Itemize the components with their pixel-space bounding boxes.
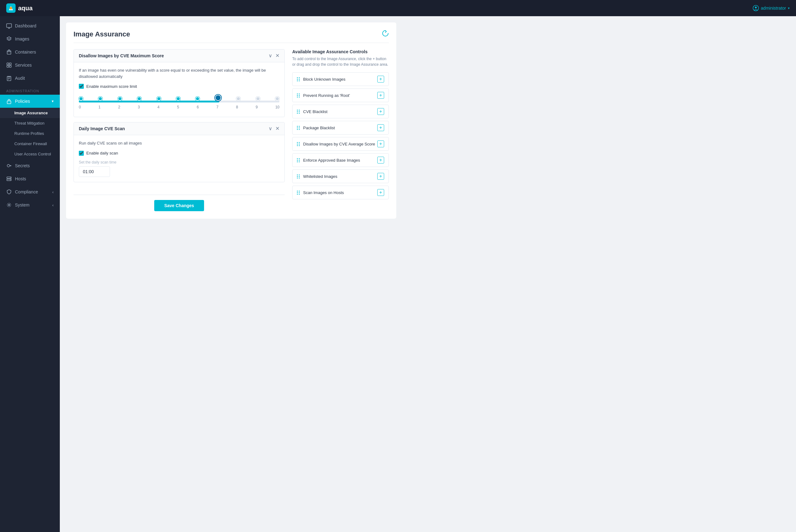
drag-handle-icon-5 — [297, 142, 300, 146]
add-package-blacklist-btn[interactable]: + — [377, 124, 384, 131]
system-arrow: ‹ — [52, 203, 54, 207]
daily-enable-label[interactable]: Enable daily scan — [86, 151, 118, 155]
settings-icon — [6, 202, 12, 208]
submenu-container-firewall[interactable]: Container Firewall — [0, 139, 60, 149]
save-changes-button[interactable]: Save Changes — [154, 200, 204, 211]
daily-card-close-btn[interactable]: ✕ — [276, 126, 280, 131]
drag-handle-icon-4 — [297, 126, 300, 130]
add-scan-hosts-btn[interactable]: + — [377, 189, 384, 196]
svg-point-17 — [10, 180, 11, 180]
controls-panel-desc: To add control to the Image Assurance, c… — [292, 56, 389, 67]
cve-enable-row: Enable maximum score limit — [79, 84, 280, 89]
svg-rect-10 — [10, 65, 11, 67]
add-whitelisted-btn[interactable]: + — [377, 173, 384, 180]
cve-card-title: Disallow Images by CVE Maximum Score — [79, 53, 164, 58]
daily-enable-checkbox[interactable] — [79, 151, 84, 156]
sidebar-item-audit[interactable]: Audit — [0, 72, 60, 85]
box-icon — [6, 49, 12, 55]
submenu-threat-mitigation[interactable]: Threat Mitigation — [0, 118, 60, 128]
slider-dot-3 — [137, 97, 141, 101]
svg-rect-8 — [10, 63, 11, 65]
controls-panel-title: Available Image Assurance Controls — [292, 49, 389, 54]
daily-card-header: Daily Image CVE Scan ∨ ✕ — [74, 122, 284, 135]
compliance-arrow: ‹ — [52, 190, 54, 194]
sidebar-label-dashboard: Dashboard — [15, 23, 36, 28]
daily-enable-row: Enable daily scan — [79, 151, 280, 156]
top-navigation: aqua administrator ▾ — [0, 0, 796, 16]
available-control-prevent-root[interactable]: Prevent Running as 'Root' + — [292, 89, 389, 102]
cve-card-close-btn[interactable]: ✕ — [276, 53, 280, 58]
cve-card-collapse-btn[interactable]: ∨ — [268, 53, 272, 58]
monitor-icon — [6, 23, 12, 28]
policies-submenu: Image Assurance Threat Mitigation Runtim… — [0, 108, 60, 159]
drag-handle-icon-8 — [297, 191, 300, 195]
available-control-block-unknown[interactable]: Block Unknown Images + — [292, 72, 389, 86]
slider-dot-1 — [98, 97, 102, 101]
submenu-runtime-profiles[interactable]: Runtime Profiles — [0, 128, 60, 139]
available-control-enforce-base[interactable]: Enforce Approved Base Images + — [292, 153, 389, 167]
cve-max-score-card: Disallow Images by CVE Maximum Score ∨ ✕… — [74, 49, 285, 117]
cve-slider-track[interactable] — [79, 101, 280, 102]
svg-rect-7 — [7, 63, 9, 65]
daily-card-title: Daily Image CVE Scan — [79, 126, 125, 131]
slider-dot-7 — [215, 95, 221, 101]
cve-enable-checkbox[interactable] — [79, 84, 84, 89]
policies-chevron: ▾ — [52, 99, 54, 103]
sidebar-item-policies[interactable]: Policies ▾ — [0, 95, 60, 108]
sidebar-label-images: Images — [15, 36, 29, 41]
daily-card-collapse-btn[interactable]: ∨ — [268, 126, 272, 131]
add-prevent-root-btn[interactable]: + — [377, 92, 384, 99]
slider-dot-0 — [79, 97, 83, 101]
app-logo[interactable]: aqua — [6, 3, 33, 13]
sidebar-label-compliance: Compliance — [15, 189, 38, 194]
sidebar-item-system[interactable]: System ‹ — [0, 198, 60, 211]
sidebar-item-secrets[interactable]: Secrets — [0, 159, 60, 172]
control-label-prevent-root: Prevent Running as 'Root' — [303, 93, 350, 98]
page-card: Image Assurance Disallow Images by CVE M… — [66, 22, 396, 218]
sidebar-item-images[interactable]: Images — [0, 32, 60, 45]
sidebar-item-hosts[interactable]: Hosts — [0, 172, 60, 185]
main-content: Image Assurance Disallow Images by CVE M… — [60, 16, 796, 532]
available-control-disallow-average[interactable]: Disallow Images by CVE Average Score + — [292, 137, 389, 151]
svg-point-13 — [7, 165, 10, 167]
svg-rect-12 — [7, 101, 11, 104]
available-control-cve-blacklist[interactable]: CVE Blacklist + — [292, 104, 389, 118]
sidebar-item-containers[interactable]: Containers — [0, 45, 60, 59]
submenu-user-access-control[interactable]: User Access Control — [0, 149, 60, 159]
sidebar-item-services[interactable]: Services — [0, 59, 60, 72]
cve-card-header: Disallow Images by CVE Maximum Score ∨ ✕ — [74, 50, 284, 62]
admin-section-label: Administration — [0, 85, 60, 95]
available-control-whitelisted[interactable]: Whitelisted Images + — [292, 169, 389, 183]
refresh-icon — [382, 30, 389, 37]
sidebar-item-compliance[interactable]: Compliance ‹ — [0, 185, 60, 198]
slider-dot-8 — [236, 97, 241, 101]
sidebar-label-services: Services — [15, 63, 32, 68]
slider-labels: 0 1 2 3 4 5 6 7 8 9 — [79, 105, 280, 109]
available-control-scan-hosts[interactable]: Scan Images on Hosts + — [292, 186, 389, 200]
user-menu[interactable]: administrator ▾ — [753, 5, 790, 11]
grid-icon — [6, 62, 12, 68]
cve-enable-label[interactable]: Enable maximum score limit — [86, 84, 137, 89]
refresh-button[interactable] — [382, 30, 389, 38]
submenu-image-assurance[interactable]: Image Assurance — [0, 108, 60, 118]
add-enforce-base-btn[interactable]: + — [377, 157, 384, 164]
add-disallow-average-btn[interactable]: + — [377, 140, 384, 147]
control-label-enforce-base: Enforce Approved Base Images — [303, 158, 360, 163]
cve-slider-fill — [79, 101, 219, 102]
slider-dot-9 — [256, 97, 260, 101]
user-avatar-icon — [753, 5, 759, 11]
sidebar-label-containers: Containers — [15, 50, 36, 55]
available-control-package-blacklist[interactable]: Package Blacklist + — [292, 121, 389, 135]
daily-scan-time-input[interactable] — [79, 166, 110, 177]
sidebar-label-secrets: Secrets — [15, 163, 30, 168]
svg-rect-5 — [6, 24, 12, 27]
slider-dot-6 — [195, 97, 200, 101]
cve-card-description: If an image has even one vulnerability w… — [79, 67, 280, 79]
content-columns: Disallow Images by CVE Maximum Score ∨ ✕… — [74, 49, 389, 211]
add-block-unknown-btn[interactable]: + — [377, 76, 384, 82]
cve-card-actions: ∨ ✕ — [268, 53, 280, 58]
add-cve-blacklist-btn[interactable]: + — [377, 108, 384, 115]
svg-point-4 — [755, 6, 757, 8]
sidebar-item-dashboard[interactable]: Dashboard — [0, 19, 60, 32]
control-label-cve-blacklist: CVE Blacklist — [303, 109, 327, 114]
